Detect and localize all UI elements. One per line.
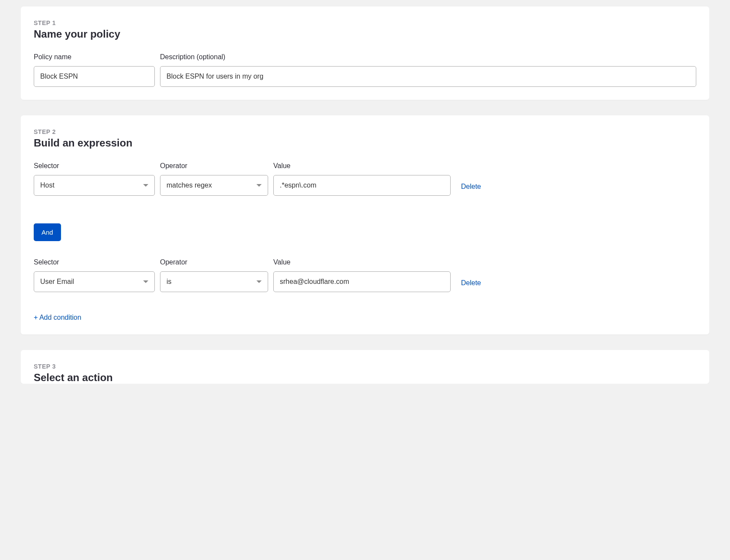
policy-name-input[interactable] <box>34 66 155 87</box>
description-label: Description (optional) <box>160 53 696 61</box>
chevron-down-icon <box>256 280 262 283</box>
step-1-title: Name your policy <box>34 28 696 40</box>
selector-field: Selector Host <box>34 162 155 196</box>
operator-field: Operator matches regex <box>160 162 268 196</box>
selector-dropdown[interactable]: Host <box>34 175 155 196</box>
selector-label: Selector <box>34 162 155 170</box>
step-3-card: STEP 3 Select an action <box>21 350 709 384</box>
operator-label: Operator <box>160 162 268 170</box>
delete-condition-link[interactable]: Delete <box>461 279 481 292</box>
policy-name-label: Policy name <box>34 53 155 61</box>
step-2-card: STEP 2 Build an expression Selector Host… <box>21 115 709 334</box>
chevron-down-icon <box>143 280 148 283</box>
operator-field: Operator is <box>160 258 268 292</box>
step-1-card: STEP 1 Name your policy Policy name Desc… <box>21 6 709 100</box>
operator-label: Operator <box>160 258 268 266</box>
condition-row: Selector User Email Operator is Value De… <box>34 258 696 292</box>
operator-value: is <box>166 278 172 286</box>
selector-value: User Email <box>40 278 74 286</box>
and-button[interactable]: And <box>34 223 61 241</box>
operator-value: matches regex <box>166 181 212 189</box>
step-2-label: STEP 2 <box>34 128 696 135</box>
description-input[interactable] <box>160 66 696 87</box>
value-input[interactable] <box>273 271 451 292</box>
operator-dropdown[interactable]: is <box>160 271 268 292</box>
selector-field: Selector User Email <box>34 258 155 292</box>
description-field: Description (optional) <box>160 53 696 87</box>
condition-row: Selector Host Operator matches regex Val… <box>34 162 696 196</box>
value-input[interactable] <box>273 175 451 196</box>
step-2-title: Build an expression <box>34 137 696 149</box>
chevron-down-icon <box>143 184 148 187</box>
value-label: Value <box>273 162 451 170</box>
step-3-label: STEP 3 <box>34 363 696 370</box>
selector-value: Host <box>40 181 54 189</box>
value-field: Value <box>273 162 451 196</box>
operator-dropdown[interactable]: matches regex <box>160 175 268 196</box>
step-1-label: STEP 1 <box>34 19 696 26</box>
chevron-down-icon <box>256 184 262 187</box>
selector-dropdown[interactable]: User Email <box>34 271 155 292</box>
value-field: Value <box>273 258 451 292</box>
policy-name-field: Policy name <box>34 53 155 87</box>
add-condition-link[interactable]: + Add condition <box>34 314 81 321</box>
value-label: Value <box>273 258 451 266</box>
step-3-title: Select an action <box>34 372 696 384</box>
selector-label: Selector <box>34 258 155 266</box>
delete-condition-link[interactable]: Delete <box>461 183 481 196</box>
